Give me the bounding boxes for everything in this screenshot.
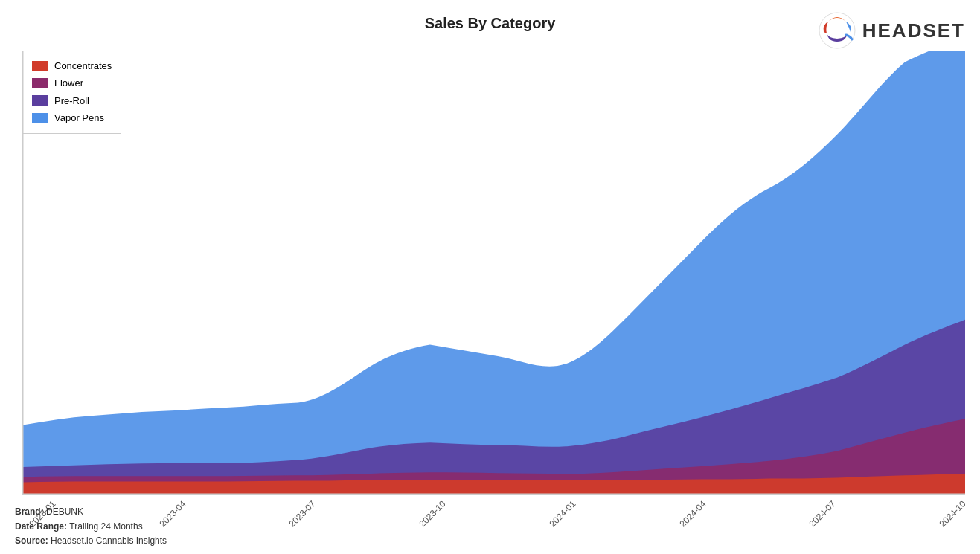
- daterange-value: Trailing 24 Months: [69, 521, 142, 532]
- chart-metadata: Brand: DEBUNK Date Range: Trailing 24 Mo…: [15, 505, 167, 548]
- daterange-line: Date Range: Trailing 24 Months: [15, 520, 167, 534]
- source-value: Headset.io Cannabis Insights: [51, 535, 167, 546]
- source-line: Source: Headset.io Cannabis Insights: [15, 534, 167, 548]
- brand-label: Brand:: [15, 506, 46, 517]
- chart-container: Sales By Category HEADSET Concentrates F…: [0, 0, 980, 554]
- headset-logo-icon: [818, 11, 856, 50]
- x-label-4: 2024-01: [547, 498, 577, 529]
- chart-area: [22, 51, 965, 495]
- brand-value: DEBUNK: [46, 506, 83, 517]
- logo-text: HEADSET: [862, 19, 965, 42]
- x-label-7: 2024-10: [937, 498, 967, 529]
- logo-area: HEADSET: [818, 11, 965, 50]
- source-label: Source:: [15, 535, 51, 546]
- daterange-label: Date Range:: [15, 521, 69, 532]
- x-label-6: 2024-07: [807, 498, 838, 529]
- brand-line: Brand: DEBUNK: [15, 505, 167, 519]
- x-label-2: 2023-07: [287, 498, 318, 529]
- x-label-3: 2023-10: [417, 498, 448, 529]
- chart-svg: [23, 51, 965, 494]
- x-label-5: 2024-04: [677, 498, 708, 529]
